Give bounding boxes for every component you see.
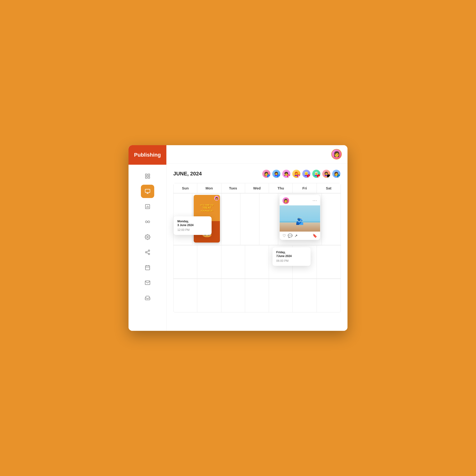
- card-text-line3: YOURSELF!: [200, 210, 214, 212]
- ig-left-actions: ♡ 💬 ↗: [283, 234, 298, 238]
- ig-comment-icon[interactable]: 💬: [288, 234, 292, 238]
- ig-more-options[interactable]: ···: [312, 199, 317, 203]
- card-text-line1: IT'S TIME TO: [200, 204, 214, 206]
- sidebar-item-compare[interactable]: [141, 215, 154, 228]
- monday-tooltip-date-line2: 3 June 2024: [177, 223, 208, 227]
- sidebar-item-publishing[interactable]: [141, 185, 154, 198]
- calendar-cell-tues-1[interactable]: [221, 193, 240, 245]
- calendar-cell-sun-3[interactable]: [173, 279, 197, 312]
- calendar-cell-mon-1[interactable]: IT'S TIME TO TREAT YOURSELF! 🍔 👩: [192, 193, 221, 245]
- sidebar-item-social[interactable]: [141, 246, 154, 259]
- day-header-sat: Sat: [317, 183, 340, 193]
- svg-point-6: [145, 221, 147, 223]
- calendar-cell-wed-1[interactable]: [240, 193, 259, 245]
- calendar-cell-fri-1[interactable]: 👩 ··· 🫂: [278, 193, 322, 245]
- calendar-cell-mon-2[interactable]: [197, 245, 221, 279]
- ig-bookmark-icon[interactable]: 🔖: [312, 234, 317, 238]
- user-avatar[interactable]: 👩: [331, 149, 342, 159]
- social-badge-ig-1: ◉: [287, 174, 290, 178]
- day-header-wed: Wed: [245, 183, 269, 193]
- social-account-8[interactable]: 👩 in: [332, 169, 341, 178]
- social-badge-pi: P: [307, 174, 310, 178]
- social-badge-fb-1: f: [267, 174, 270, 178]
- social-badge-ig-2: ◉: [297, 174, 300, 178]
- svg-line-13: [147, 251, 148, 252]
- social-account-3[interactable]: 👧 ◉: [282, 169, 291, 178]
- social-badge-tk: ♪: [327, 174, 330, 178]
- burger-post-container: IT'S TIME TO TREAT YOURSELF! 🍔 👩: [194, 195, 220, 242]
- card-promo-text: IT'S TIME TO TREAT YOURSELF!: [200, 204, 214, 212]
- monday-tooltip-date-line1: Monday,: [177, 220, 208, 223]
- instagram-post-container: 👩 ··· 🫂: [280, 195, 320, 240]
- day-header-fri: Fri: [293, 183, 317, 193]
- calendar-cell-mon-3[interactable]: [197, 279, 221, 312]
- social-account-5[interactable]: 👱‍♀️ P: [302, 169, 311, 178]
- social-account-6[interactable]: 👩‍🦳 ▶: [312, 169, 321, 178]
- top-bar: 👩: [167, 145, 347, 164]
- ig-image-scene: 🫂: [280, 205, 320, 232]
- sidebar-item-calendar[interactable]: [141, 261, 154, 274]
- calendar-grid: Sun Mon Tues Wed Thu Fri Sat: [173, 183, 341, 312]
- svg-rect-2: [145, 177, 147, 178]
- calendar-cell-fri-3[interactable]: [293, 279, 317, 312]
- main-content: 👩 JUNE, 2024 👩 f 👩‍🦱 f: [167, 145, 347, 331]
- user-avatar-icon: 👩: [333, 151, 340, 157]
- social-badge-fb-2: f: [277, 174, 280, 178]
- calendar-cell-tues-2[interactable]: [221, 245, 245, 279]
- ig-post-avatar: 👩: [283, 197, 289, 204]
- sidebar-header: Publishing: [129, 145, 166, 165]
- calendar-cell-thu-1[interactable]: [259, 193, 278, 245]
- friday-tooltip-date-line1: Friday,: [276, 251, 307, 254]
- sidebar: Publishing: [129, 145, 167, 331]
- sidebar-item-settings[interactable]: [141, 230, 154, 244]
- social-account-7[interactable]: 👩‍🦱 ♪: [322, 169, 331, 178]
- sidebar-title: Publishing: [134, 152, 161, 158]
- svg-rect-4: [145, 189, 150, 192]
- day-header-mon: Mon: [197, 183, 221, 193]
- ig-card-actions: ♡ 💬 ↗ 🔖: [280, 232, 320, 240]
- calendar-cell-tues-3[interactable]: [221, 279, 245, 312]
- social-account-4[interactable]: 👩‍🦰 ◉: [292, 169, 301, 178]
- friday-tooltip: Friday, 7June 2024 06:00 PM: [272, 247, 311, 266]
- instagram-post-card[interactable]: 👩 ··· 🫂: [280, 195, 320, 240]
- day-header-tues: Tues: [221, 183, 245, 193]
- sidebar-nav: [129, 165, 166, 309]
- calendar-day-headers: Sun Mon Tues Wed Thu Fri Sat: [173, 183, 340, 193]
- sidebar-item-messages[interactable]: [141, 276, 154, 289]
- day-header-sun: Sun: [173, 183, 197, 193]
- svg-point-9: [148, 250, 150, 251]
- sidebar-item-dashboard[interactable]: [141, 170, 154, 183]
- monday-tooltip-time: 12:00 PM: [177, 228, 208, 232]
- ig-heart-icon[interactable]: ♡: [283, 234, 286, 238]
- calendar-cell-sun-2[interactable]: [173, 245, 197, 279]
- monday-tooltip: Monday, 3 June 2024 12:00 PM: [173, 216, 212, 235]
- day-header-thu: Thu: [269, 183, 293, 193]
- social-account-1[interactable]: 👩 f: [262, 169, 271, 178]
- sidebar-item-analytics[interactable]: [141, 200, 154, 213]
- calendar-row-3: [173, 279, 340, 312]
- calendar-area: JUNE, 2024 👩 f 👩‍🦱 f 👧 ◉: [167, 164, 347, 331]
- ig-card-header: 👩 ···: [280, 195, 320, 205]
- friday-tooltip-time: 06:00 PM: [276, 259, 307, 262]
- calendar-cell-wed-3[interactable]: [245, 279, 269, 312]
- social-badge-li: in: [337, 174, 340, 178]
- social-badge-yt: ▶: [317, 174, 320, 178]
- calendar-cell-sat-2[interactable]: [317, 245, 340, 279]
- calendar-row-2: [173, 245, 340, 279]
- calendar-month-year: JUNE, 2024: [173, 171, 202, 177]
- calendar-cell-wed-2[interactable]: [245, 245, 269, 279]
- friday-tooltip-date-line2: 7June 2024: [276, 255, 307, 258]
- calendar-cell-thu-3[interactable]: [269, 279, 293, 312]
- calendar-row-1: IT'S TIME TO TREAT YOURSELF! 🍔 👩: [173, 193, 340, 245]
- sidebar-item-inbox[interactable]: [141, 291, 154, 305]
- card-text-line2: TREAT: [200, 206, 214, 209]
- calendar-cell-sat-3[interactable]: [317, 279, 340, 312]
- social-accounts-list: 👩 f 👩‍🦱 f 👧 ◉ 👩‍🦰: [262, 169, 341, 178]
- svg-point-10: [145, 252, 147, 253]
- social-account-2[interactable]: 👩‍🦱 f: [272, 169, 281, 178]
- calendar-cell-sat-1[interactable]: [322, 193, 340, 245]
- app-window: Publishing: [129, 145, 347, 331]
- svg-rect-1: [148, 174, 150, 176]
- ig-share-icon[interactable]: ↗: [294, 234, 298, 238]
- svg-point-8: [147, 236, 148, 238]
